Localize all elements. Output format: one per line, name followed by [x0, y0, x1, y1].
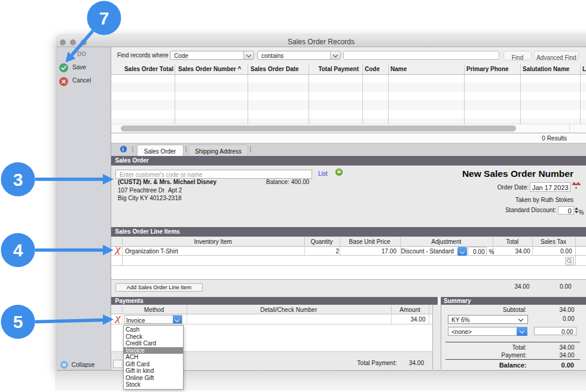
- svg-text:3: 3: [13, 170, 23, 189]
- svg-text:7: 7: [99, 8, 109, 28]
- svg-text:5: 5: [13, 312, 23, 332]
- svg-text:4: 4: [13, 240, 23, 260]
